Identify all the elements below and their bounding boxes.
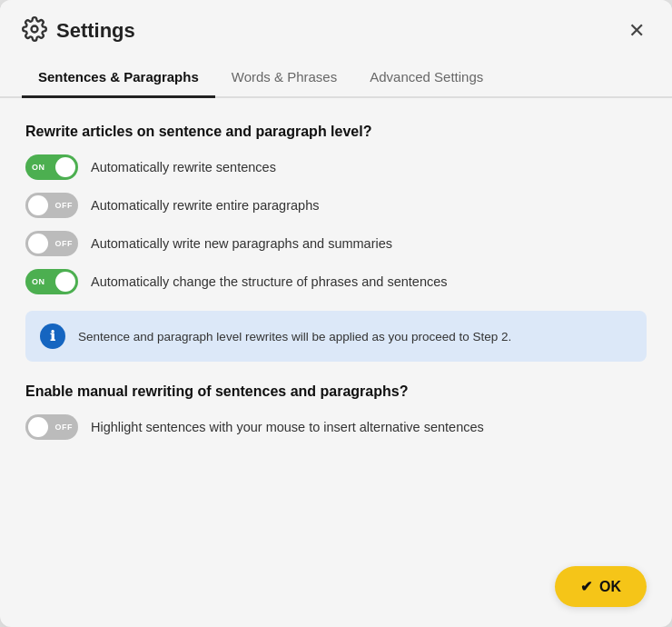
svg-point-0 xyxy=(32,26,38,33)
toggle-3-text: OFF xyxy=(55,239,74,248)
toggle-3-knob xyxy=(28,234,48,254)
toggle-2-knob xyxy=(28,195,48,215)
toggle-row-1: ON Automatically rewrite sentences xyxy=(25,154,647,180)
toggle-4-label: Automatically change the structure of ph… xyxy=(91,274,448,289)
toggle-1-label: Automatically rewrite sentences xyxy=(91,160,276,174)
dialog-title: Settings xyxy=(56,19,135,43)
toggle-row-4: ON Automatically change the structure of… xyxy=(25,269,647,294)
toggle-2-text: OFF xyxy=(55,201,74,210)
section2-title: Enable manual rewriting of sentences and… xyxy=(25,383,647,400)
toggle-row-2: OFF Automatically rewrite entire paragra… xyxy=(25,193,647,218)
info-icon: ℹ xyxy=(40,323,65,349)
title-row: Settings xyxy=(22,16,135,45)
tabs-bar: Sentences & Paragraphs Words & Phrases A… xyxy=(0,60,672,98)
toggle-5-text: OFF xyxy=(55,423,74,432)
section1-title: Rewrite articles on sentence and paragra… xyxy=(25,124,647,140)
toggle-3-label: Automatically write new paragraphs and s… xyxy=(91,236,392,251)
toggle-2-label: Automatically rewrite entire paragraphs xyxy=(91,198,319,213)
ok-button[interactable]: ✔ OK xyxy=(555,566,647,607)
toggle-row-5: OFF Highlight sentences with your mouse … xyxy=(25,414,647,440)
toggle-1[interactable]: ON xyxy=(25,154,78,180)
tab-advanced[interactable]: Advanced Settings xyxy=(353,60,499,98)
close-button[interactable]: ✕ xyxy=(623,19,650,43)
tab-words[interactable]: Words & Phrases xyxy=(215,60,353,98)
toggle-row-3: OFF Automatically write new paragraphs a… xyxy=(25,231,647,256)
info-text: Sentence and paragraph level rewrites wi… xyxy=(78,330,511,343)
info-box: ℹ Sentence and paragraph level rewrites … xyxy=(25,311,647,362)
toggle-3[interactable]: OFF xyxy=(25,231,78,256)
toggle-5-label: Highlight sentences with your mouse to i… xyxy=(91,420,484,434)
gear-icon xyxy=(22,16,47,45)
settings-dialog: Settings ✕ Sentences & Paragraphs Words … xyxy=(0,0,672,627)
toggle-1-knob xyxy=(55,157,75,177)
toggle-4-knob xyxy=(55,272,75,292)
check-icon: ✔ xyxy=(580,578,592,595)
toggle-5[interactable]: OFF xyxy=(25,414,78,440)
toggle-4-text: ON xyxy=(32,277,45,286)
toggle-4[interactable]: ON xyxy=(25,269,78,294)
toggle-2[interactable]: OFF xyxy=(25,193,78,218)
dialog-body: Rewrite articles on sentence and paragra… xyxy=(0,98,672,474)
ok-button-label: OK xyxy=(599,579,621,595)
tab-sentences[interactable]: Sentences & Paragraphs xyxy=(22,60,215,98)
toggle-1-text: ON xyxy=(32,163,45,172)
dialog-header: Settings ✕ xyxy=(0,0,672,45)
toggle-5-knob xyxy=(28,417,48,437)
